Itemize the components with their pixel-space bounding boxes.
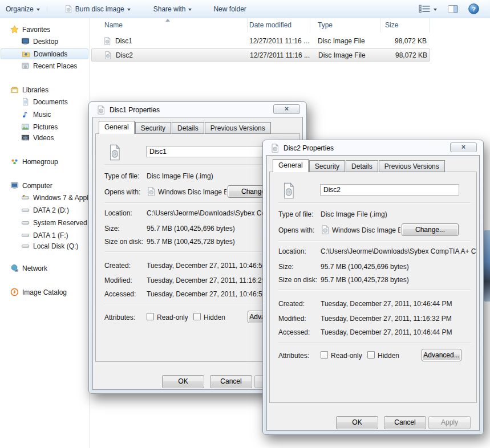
dialog-title: Disc1 Properties: [110, 106, 160, 114]
hidden-checkbox[interactable]: [193, 313, 201, 320]
organize-label: Organize: [6, 5, 34, 13]
desktop-icon: [21, 37, 30, 46]
chevron-down-icon: [434, 9, 437, 11]
size-value: 95.7 MB (100,425,696 bytes): [321, 263, 409, 271]
close-icon[interactable]: ×: [273, 104, 300, 114]
sidebar-item-image-catalog[interactable]: Image Catalog: [1, 287, 88, 298]
hidden-label: Hidden: [378, 352, 399, 360]
file-date-modified: 12/27/2011 11:16 ...: [249, 37, 309, 45]
sidebar-item-label: DATA 1 (F:): [33, 231, 68, 239]
sidebar-item-downloads[interactable]: Downloads: [1, 48, 88, 59]
chevron-down-icon: [188, 9, 192, 11]
command-bar: Organize Burn disc image Share with New …: [0, 0, 490, 18]
sidebar-item-label: Videos: [33, 134, 54, 142]
cancel-button[interactable]: Cancel: [210, 375, 252, 388]
tab-general[interactable]: General: [273, 159, 309, 172]
sidebar-item-videos[interactable]: Videos: [1, 132, 88, 143]
sidebar-item-local-disk-drive[interactable]: Local Disk (Q:): [1, 241, 88, 251]
drive-icon: [21, 206, 30, 214]
preview-pane-icon: [448, 5, 458, 13]
new-folder-button[interactable]: New folder: [209, 2, 250, 16]
read-only-checkbox[interactable]: [147, 313, 154, 320]
sidebar-item-network[interactable]: Network: [1, 263, 88, 274]
share-with-button[interactable]: Share with: [149, 2, 197, 16]
sidebar-item-homegroup[interactable]: Homegroup: [1, 156, 88, 167]
sidebar-item-desktop[interactable]: Desktop: [1, 36, 88, 47]
network-icon: [10, 264, 19, 272]
sidebar-item-pictures[interactable]: Pictures: [1, 121, 88, 132]
chevron-down-icon: [127, 9, 131, 11]
read-only-checkbox[interactable]: [321, 351, 328, 359]
ok-button[interactable]: OK: [336, 416, 378, 429]
ok-button[interactable]: OK: [162, 375, 204, 388]
sidebar-item-data2-drive[interactable]: DATA 2 (D:): [1, 205, 88, 215]
sidebar-item-system-reserved-drive[interactable]: System Reserved (E:: [1, 217, 88, 228]
cancel-button[interactable]: Cancel: [384, 416, 426, 429]
tab-security[interactable]: Security: [309, 160, 345, 172]
column-header-name[interactable]: Name: [104, 21, 123, 29]
organize-button[interactable]: Organize: [1, 2, 44, 16]
separator: [278, 241, 471, 241]
general-tab-panel: [269, 172, 477, 403]
tab-details[interactable]: Details: [172, 122, 204, 134]
type-of-file-label: Type of file:: [104, 172, 139, 180]
hidden-label: Hidden: [204, 313, 225, 321]
sidebar-item-computer[interactable]: Computer: [1, 180, 88, 191]
sidebar-item-label: Recent Places: [33, 62, 77, 70]
sidebar-item-favorites[interactable]: Favorites: [1, 24, 88, 35]
drive-icon: [21, 231, 30, 239]
tab-previous-versions[interactable]: Previous Versions: [205, 122, 271, 134]
pictures-icon: [21, 123, 30, 131]
file-size: 98,072 KB: [366, 51, 427, 59]
size-on-disk-label: Size on disk:: [278, 276, 317, 284]
sidebar-item-windows7-drive[interactable]: Windows 7 & Appli: [1, 192, 88, 203]
file-date-modified: 12/27/2011 11:16 ...: [250, 51, 310, 59]
close-icon[interactable]: ×: [450, 142, 477, 152]
accessed-value: Tuesday, December 27, 2011, 10:46:52 PM: [147, 290, 278, 298]
created-value: Tuesday, December 27, 2011, 10:46:52 PM: [147, 262, 278, 270]
documents-icon: [21, 97, 30, 106]
opens-with-label: Opens with:: [278, 226, 314, 234]
column-header-size[interactable]: Size: [385, 21, 398, 29]
tab-strip: General Security Details Previous Versio…: [273, 159, 446, 172]
column-separator[interactable]: [310, 18, 310, 32]
tab-previous-versions[interactable]: Previous Versions: [379, 160, 445, 172]
apply-button[interactable]: Apply: [428, 416, 471, 429]
tab-security[interactable]: Security: [135, 122, 171, 134]
file-name: Disc2: [116, 51, 133, 59]
libraries-icon: [10, 85, 19, 94]
read-only-label: Read-only: [331, 352, 362, 360]
file-row-disc2[interactable]: Disc2 12/27/2011 11:16 ... Disc Image Fi…: [91, 48, 430, 62]
column-separator[interactable]: [247, 18, 248, 32]
sidebar-item-music[interactable]: Music: [1, 109, 88, 120]
column-header-type[interactable]: Type: [318, 21, 333, 29]
change-button[interactable]: Change...: [402, 223, 459, 236]
file-row-disc1[interactable]: Disc1 12/27/2011 11:16 ... Disc Image Fi…: [91, 35, 430, 48]
file-name-input[interactable]: [320, 184, 459, 196]
burn-disc-image-button[interactable]: Burn disc image: [60, 2, 135, 16]
accessed-value: Tuesday, December 27, 2011, 10:46:44 PM: [321, 328, 452, 336]
column-header-date-modified[interactable]: Date modified: [249, 21, 291, 29]
sidebar-item-data1-drive[interactable]: DATA 1 (F:): [1, 230, 88, 241]
advanced-button[interactable]: Advanced...: [422, 349, 461, 361]
tab-general[interactable]: General: [99, 121, 135, 134]
sidebar-item-label: Local Disk (Q:): [33, 242, 78, 250]
opens-with-label: Opens with:: [104, 188, 140, 196]
sidebar-item-label: Computer: [22, 182, 52, 190]
size-on-disk-value: 95.7 MB (100,425,728 bytes): [147, 238, 235, 246]
hidden-checkbox[interactable]: [367, 351, 375, 359]
opens-with-value: Windows Disc Image Bu: [332, 226, 400, 234]
sidebar-item-label: Homegroup: [22, 158, 58, 166]
sidebar-item-documents[interactable]: Documents: [1, 96, 88, 107]
tab-strip: General Security Details Previous Versio…: [99, 121, 272, 134]
help-button[interactable]: ?: [467, 2, 481, 16]
preview-pane-button[interactable]: [446, 2, 460, 16]
column-separator[interactable]: [380, 18, 381, 32]
attributes-label: Attributes:: [278, 352, 309, 360]
change-view-button[interactable]: [416, 2, 439, 16]
column-separator[interactable]: [429, 18, 430, 32]
disc-image-file-icon: [64, 5, 72, 13]
tab-details[interactable]: Details: [346, 160, 378, 172]
sidebar-item-recent-places[interactable]: Recent Places: [1, 60, 88, 71]
sidebar-item-libraries[interactable]: Libraries: [1, 84, 88, 95]
